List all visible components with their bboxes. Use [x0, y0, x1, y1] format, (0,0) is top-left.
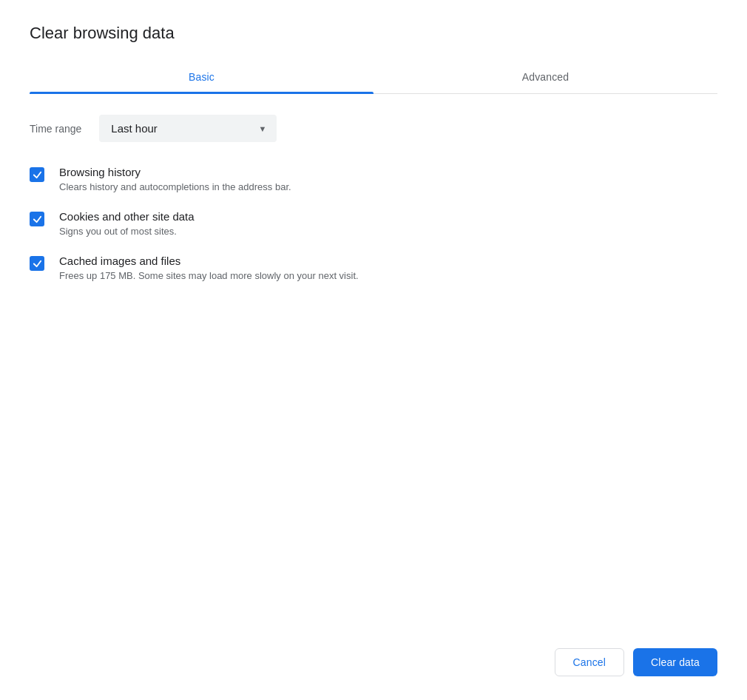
option-cached: Cached images and files Frees up 175 MB.…	[30, 255, 717, 281]
checkmark-icon	[33, 259, 42, 269]
clear-data-button[interactable]: Clear data	[633, 648, 717, 676]
time-range-row: Time range Last hour Last 24 hours Last …	[30, 115, 717, 142]
tab-content: Time range Last hour Last 24 hours Last …	[30, 94, 717, 619]
option-text-cookies: Cookies and other site data Signs you ou…	[59, 210, 195, 237]
cancel-button[interactable]: Cancel	[555, 648, 624, 676]
option-desc-cookies: Signs you out of most sites.	[59, 226, 195, 237]
checkmark-icon	[33, 215, 42, 224]
option-title-browsing-history: Browsing history	[59, 166, 291, 178]
clear-browsing-data-dialog: Clear browsing data Basic Advanced Time …	[0, 0, 747, 700]
option-text-cached: Cached images and files Frees up 175 MB.…	[59, 255, 359, 281]
tab-advanced[interactable]: Advanced	[374, 61, 717, 93]
checkbox-cached[interactable]	[30, 256, 44, 271]
option-desc-browsing-history: Clears history and autocompletions in th…	[59, 181, 291, 192]
option-title-cookies: Cookies and other site data	[59, 210, 195, 223]
checkbox-icon-browsing-history[interactable]	[30, 167, 44, 182]
tab-basic[interactable]: Basic	[30, 61, 374, 93]
option-title-cached: Cached images and files	[59, 255, 359, 267]
checkbox-icon-cached[interactable]	[30, 256, 44, 271]
time-range-label: Time range	[30, 123, 81, 135]
option-browsing-history: Browsing history Clears history and auto…	[30, 166, 717, 192]
checkbox-icon-cookies[interactable]	[30, 212, 44, 226]
checkbox-browsing-history[interactable]	[30, 167, 44, 182]
options-list: Browsing history Clears history and auto…	[30, 166, 717, 281]
checkbox-cookies[interactable]	[30, 212, 44, 226]
option-cookies: Cookies and other site data Signs you ou…	[30, 210, 717, 237]
dialog-footer: Cancel Clear data	[30, 619, 717, 676]
tabs-container: Basic Advanced	[30, 61, 717, 94]
checkmark-icon	[33, 170, 42, 180]
dialog-title: Clear browsing data	[30, 24, 717, 43]
option-text-browsing-history: Browsing history Clears history and auto…	[59, 166, 291, 192]
time-range-select[interactable]: Last hour Last 24 hours Last 7 days Last…	[99, 115, 277, 142]
option-desc-cached: Frees up 175 MB. Some sites may load mor…	[59, 270, 359, 281]
time-range-select-wrapper: Last hour Last 24 hours Last 7 days Last…	[99, 115, 277, 142]
